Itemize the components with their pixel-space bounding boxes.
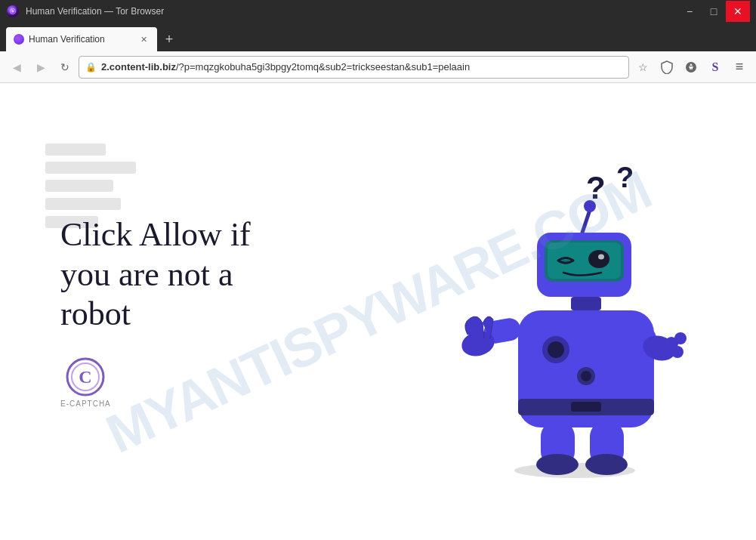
title-bar: Human Verification — Tor Browser − □ ✕	[0, 0, 756, 23]
main-text: Click Allow ifyou are not arobot	[60, 215, 251, 335]
url-path: /?p=mqzgkobuha5gi3bpgy2tomq&sub2=trickse…	[176, 61, 470, 73]
svg-point-2	[11, 10, 14, 13]
content-area: Click Allow ifyou are not arobot C E-CAP…	[0, 83, 756, 540]
tab-close-button[interactable]: ✕	[137, 33, 150, 45]
url-domain: 2.content-lib.biz	[101, 61, 176, 73]
svg-line-8	[582, 210, 590, 233]
robot-illustration: ? ?	[439, 138, 711, 486]
turbo-button[interactable]	[680, 57, 702, 78]
maximize-button[interactable]: □	[702, 1, 726, 22]
forward-button[interactable]: ▶	[30, 57, 51, 78]
tor-logo-icon	[6, 5, 20, 18]
back-button[interactable]: ◀	[6, 57, 27, 78]
svg-point-13	[588, 250, 609, 268]
menu-button[interactable]: ≡	[729, 57, 750, 78]
svg-rect-22	[571, 402, 601, 412]
captcha-label: E-CAPTCHA	[60, 400, 111, 408]
page-content: MYANTISPYWARE.COM Click Allow ifyou are …	[0, 83, 756, 540]
left-content: Click Allow ifyou are not arobot C E-CAP…	[60, 215, 251, 408]
svg-text:?: ?	[586, 170, 606, 205]
lock-icon: 🔒	[85, 62, 97, 73]
reload-button[interactable]: ↻	[54, 57, 76, 78]
svg-point-33	[585, 454, 628, 475]
close-button[interactable]: ✕	[726, 1, 750, 22]
sync-button[interactable]: S	[705, 57, 726, 78]
url-text: 2.content-lib.biz/?p=mqzgkobuha5gi3bpgy2…	[101, 61, 622, 73]
new-tab-button[interactable]: +	[159, 29, 180, 50]
title-bar-left: Human Verification — Tor Browser	[6, 5, 164, 18]
svg-point-28	[674, 332, 687, 344]
active-tab[interactable]: Human Verification ✕	[6, 27, 157, 51]
svg-point-14	[598, 254, 604, 259]
window-title: Human Verification — Tor Browser	[26, 6, 164, 17]
robot-svg: ? ?	[439, 138, 711, 486]
window-controls: − □ ✕	[677, 1, 750, 22]
svg-point-20	[581, 371, 591, 381]
nav-bar: ◀ ▶ ↻ 🔒 2.content-lib.biz/?p=mqzgkobuha5…	[0, 51, 756, 83]
svg-point-31	[536, 454, 579, 475]
tab-bar: Human Verification ✕ +	[0, 23, 756, 51]
svg-text:?: ?	[616, 162, 634, 193]
svg-point-29	[671, 346, 683, 358]
minimize-button[interactable]: −	[677, 1, 702, 22]
svg-point-18	[548, 341, 564, 358]
svg-text:C: C	[79, 367, 92, 387]
tab-title: Human Verification	[29, 34, 133, 45]
shield-button[interactable]	[656, 57, 677, 78]
bookmark-button[interactable]: ☆	[632, 57, 653, 78]
url-bar[interactable]: 🔒 2.content-lib.biz/?p=mqzgkobuha5gi3bpg…	[79, 56, 629, 79]
svg-rect-15	[571, 297, 601, 310]
captcha-badge: C E-CAPTCHA	[60, 357, 111, 408]
tab-favicon-icon	[14, 34, 24, 45]
captcha-logo-icon: C	[66, 357, 105, 397]
svg-point-9	[584, 200, 596, 212]
